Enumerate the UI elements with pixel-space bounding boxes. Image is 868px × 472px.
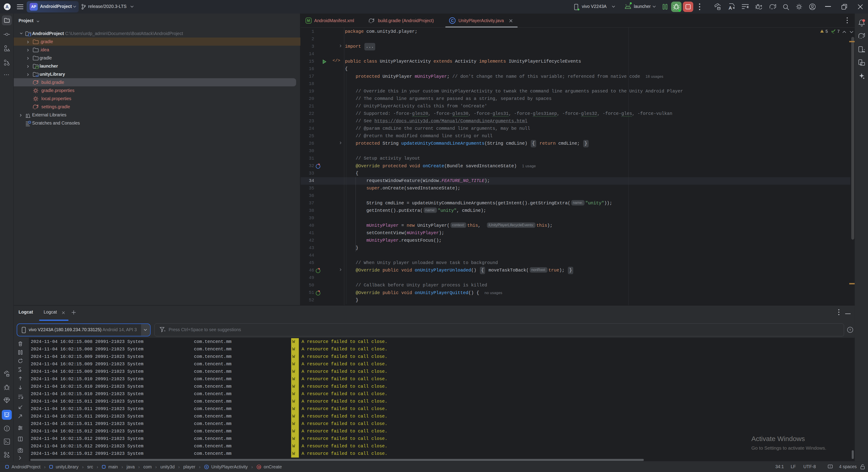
svg-text:C: C (451, 19, 454, 23)
svg-text:M: M (307, 19, 310, 23)
svg-text:A: A (729, 5, 732, 10)
svg-text:C: C (206, 466, 208, 469)
svg-text:m: m (258, 466, 260, 469)
svg-text:?: ? (849, 328, 851, 332)
